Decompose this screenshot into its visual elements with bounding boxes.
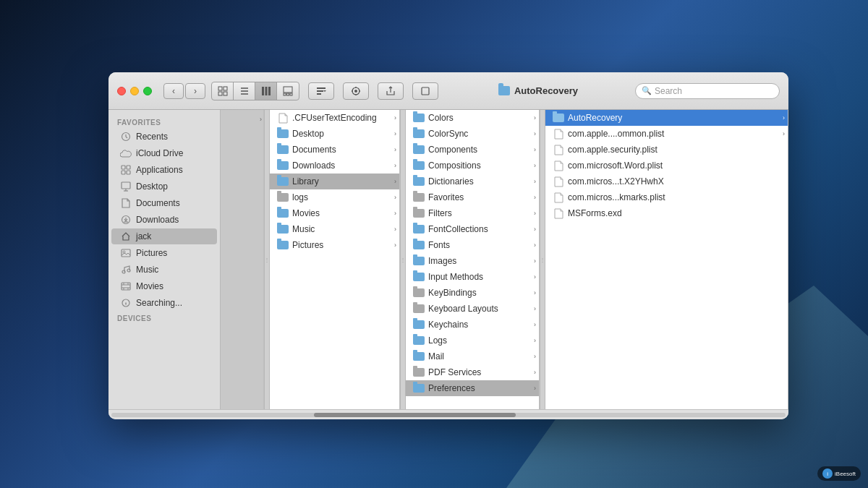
- share-button[interactable]: [378, 82, 404, 100]
- search-icon: 🔍: [642, 86, 652, 95]
- col2-arrow-colorsync: ›: [534, 130, 536, 137]
- col2-item-fonts[interactable]: Fonts ›: [406, 237, 539, 253]
- svg-point-19: [354, 90, 357, 93]
- scrollbar-track[interactable]: [111, 413, 786, 417]
- sidebar-item-music[interactable]: Music: [111, 262, 217, 278]
- close-button[interactable]: [117, 87, 126, 95]
- edit-button[interactable]: [412, 82, 438, 100]
- col3-item-plist3[interactable]: com.microsoft.Word.plist: [545, 158, 788, 174]
- col2-item-images[interactable]: Images ›: [406, 253, 539, 269]
- col2-item-pdfservices[interactable]: PDF Services ›: [406, 364, 539, 380]
- action-button[interactable]: [343, 82, 369, 100]
- sidebar-item-label-applications: Applications: [136, 165, 183, 175]
- col1-item-pictures[interactable]: Pictures ›: [270, 237, 399, 253]
- col2-item-keyboardlayouts[interactable]: Keyboard Layouts ›: [406, 301, 539, 317]
- minimize-button[interactable]: [130, 87, 139, 95]
- col1-item-logs[interactable]: logs ›: [270, 189, 399, 205]
- col3-item-plist1[interactable]: com.apple....ommon.plist ›: [545, 126, 788, 142]
- col1-item-documents[interactable]: Documents ›: [270, 142, 399, 158]
- music-icon: [120, 264, 132, 275]
- sidebar-item-downloads[interactable]: Downloads: [111, 212, 217, 228]
- col2-item-label-filters: Filters: [428, 208, 452, 218]
- sidebar-item-recents[interactable]: Recents: [111, 129, 217, 145]
- search-box[interactable]: 🔍 Search: [635, 83, 780, 99]
- col2-item-compositions[interactable]: Compositions ›: [406, 158, 539, 174]
- col3-item-file4[interactable]: com.micros...t.X2YHwhX: [545, 174, 788, 189]
- col3-item-plist5[interactable]: com.micros...kmarks.plist: [545, 189, 788, 205]
- sidebar-item-documents[interactable]: Documents: [111, 195, 217, 211]
- forward-button[interactable]: ›: [185, 83, 205, 99]
- col2-arrow-dictionaries: ›: [534, 178, 536, 185]
- col1-item-downloads[interactable]: Downloads ›: [270, 158, 399, 174]
- back-button[interactable]: ‹: [163, 83, 184, 99]
- col3-item-plist2[interactable]: com.apple.security.plist: [545, 142, 788, 158]
- col2-item-colorsync[interactable]: ColorSync ›: [406, 126, 539, 142]
- search-input[interactable]: Search: [655, 86, 773, 96]
- column-3: AutoRecovery › com.apple....ommon.plist …: [545, 110, 788, 409]
- sidebar-item-desktop[interactable]: Desktop: [111, 179, 217, 194]
- col1-item-library[interactable]: Library ›: [270, 174, 399, 189]
- gallery-view-button[interactable]: [277, 82, 299, 100]
- sidebar-item-label-movies: Movies: [136, 281, 163, 291]
- col2-item-filters[interactable]: Filters ›: [406, 205, 539, 221]
- col3-item-msforms[interactable]: MSForms.exd: [545, 205, 788, 221]
- col2-item-components[interactable]: Components ›: [406, 142, 539, 158]
- maximize-button[interactable]: [143, 87, 152, 95]
- sidebar-item-label-music: Music: [136, 265, 158, 275]
- col2-arrow-images: ›: [534, 257, 536, 265]
- scrollbar-thumb[interactable]: [314, 413, 516, 417]
- icon-view-button[interactable]: [212, 82, 234, 100]
- sidebar-item-jack[interactable]: jack: [111, 228, 217, 244]
- col2-item-label-inputmethods: Input Methods: [428, 272, 483, 282]
- col3-item-label-msforms: MSForms.exd: [568, 208, 622, 218]
- col1-item-label-desktop: Desktop: [292, 129, 324, 139]
- folder-icon-documents: [277, 144, 289, 155]
- col1-item-cfusertext[interactable]: .CFUserTextEncoding ›: [270, 110, 399, 126]
- downloads-icon: [120, 214, 132, 226]
- svg-rect-12: [287, 93, 289, 95]
- col2-arrow-mail: ›: [534, 353, 536, 360]
- col2-item-keybindings[interactable]: KeyBindings ›: [406, 285, 539, 301]
- col1-item-label-library: Library: [292, 176, 319, 187]
- column0-item-selected[interactable]: ›: [221, 110, 263, 409]
- resize-handle-0[interactable]: ⋮: [264, 110, 270, 409]
- col3-item-label-autorecovery: AutoRecovery: [568, 113, 622, 123]
- sidebar-item-pictures[interactable]: Pictures: [111, 245, 217, 261]
- col2-item-keychains[interactable]: Keychains ›: [406, 317, 539, 333]
- favorites-header: Favorites: [109, 116, 220, 128]
- resize-handle-1[interactable]: ⋮: [400, 110, 406, 409]
- col2-item-favorites[interactable]: Favorites ›: [406, 189, 539, 205]
- col1-arrow-logs: ›: [394, 194, 396, 201]
- col2-item-label-favorites: Favorites: [428, 192, 464, 202]
- finder-body: Favorites Recents iCloud Drive Applicati…: [109, 110, 788, 409]
- col3-arrow-autorecovery: ›: [783, 114, 785, 121]
- col2-item-label-keybindings: KeyBindings: [428, 288, 477, 298]
- col2-item-inputmethods[interactable]: Input Methods ›: [406, 269, 539, 285]
- sidebar-item-icloud[interactable]: iCloud Drive: [111, 145, 217, 161]
- resize-handle-2[interactable]: ⋮: [540, 110, 545, 409]
- col2-item-mail[interactable]: Mail ›: [406, 348, 539, 364]
- sidebar-item-label-desktop: Desktop: [136, 181, 168, 192]
- sidebar-item-applications[interactable]: Applications: [111, 162, 217, 178]
- sidebar-item-searching[interactable]: Searching...: [111, 295, 217, 311]
- col1-item-desktop[interactable]: Desktop ›: [270, 126, 399, 142]
- folder-icon-preferences: [413, 382, 425, 394]
- sidebar-item-movies[interactable]: Movies: [111, 278, 217, 294]
- list-view-button[interactable]: [234, 82, 255, 100]
- col3-item-autorecovery[interactable]: AutoRecovery ›: [545, 110, 788, 126]
- col2-item-preferences[interactable]: Preferences ›: [406, 380, 539, 396]
- window-title: AutoRecovery: [514, 85, 578, 96]
- col1-item-music[interactable]: Music ›: [270, 221, 399, 237]
- folder-icon-logs2: [413, 335, 425, 346]
- col2-item-logs[interactable]: Logs ›: [406, 333, 539, 348]
- arrange-button[interactable]: [308, 82, 334, 100]
- svg-rect-27: [122, 166, 125, 169]
- column-view-button[interactable]: [255, 82, 277, 100]
- col2-item-label-fonts: Fonts: [428, 240, 450, 250]
- col2-item-fontcollections[interactable]: FontCollections ›: [406, 221, 539, 237]
- col1-item-movies[interactable]: Movies ›: [270, 205, 399, 221]
- plist-icon-2: [553, 144, 564, 155]
- col2-item-dictionaries[interactable]: Dictionaries ›: [406, 174, 539, 189]
- col2-item-colors[interactable]: Colors ›: [406, 110, 539, 126]
- col2-arrow-keychains: ›: [534, 321, 536, 328]
